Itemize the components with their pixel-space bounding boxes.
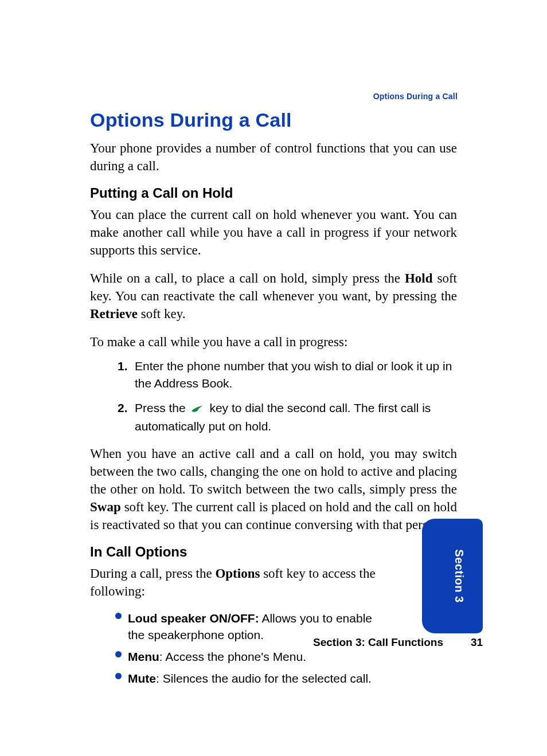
step-1: 1. Enter the phone number that you wish …: [135, 358, 457, 391]
page-title: Options During a Call: [90, 109, 457, 131]
text: While on a call, to place a call on hold…: [90, 271, 405, 285]
heading-putting-call-on-hold: Putting a Call on Hold: [90, 185, 457, 201]
hold-paragraph-3: To make a call while you have a call in …: [90, 333, 457, 351]
bullet-term: Menu: [128, 650, 159, 663]
bullet-term: Mute: [128, 672, 156, 685]
retrieve-softkey: Retrieve: [90, 307, 138, 321]
hold-paragraph-1: You can place the current call on hold w…: [90, 206, 457, 259]
numbered-steps: 1. Enter the phone number that you wish …: [90, 358, 457, 434]
hold-softkey: Hold: [405, 271, 433, 285]
footer-page-number: 31: [471, 636, 491, 649]
bullet-desc: : Access the phone's Menu.: [159, 650, 306, 663]
bullet-list: Loud speaker ON/OFF: Allows you to enabl…: [90, 610, 457, 687]
section-tab: Section 3: [422, 519, 483, 633]
bullet-mute: Mute: Silences the audio for the selecte…: [128, 671, 457, 687]
footer-section-label: Section 3: Call Functions: [313, 636, 443, 649]
running-header: Options During a Call: [373, 92, 458, 101]
text: When you have an active call and a call …: [90, 446, 457, 496]
text: soft key. The current call is placed on …: [90, 500, 457, 532]
step-text: Press the: [135, 401, 189, 414]
step-number: 1.: [118, 358, 128, 374]
bullet-icon: [115, 651, 122, 657]
text: During a call, press the: [90, 566, 215, 581]
page-content: Options During a Call Your phone provide…: [90, 109, 457, 693]
text: soft key.: [138, 307, 185, 321]
step-2: 2. Press the key to dial the second call…: [135, 399, 457, 434]
bullet-term: Loud speaker ON/OFF:: [128, 612, 259, 625]
step-number: 2.: [118, 399, 128, 416]
section-tab-label: Section 3: [452, 549, 466, 602]
bullet-menu: Menu: Access the phone's Menu.: [128, 649, 457, 665]
hold-paragraph-4: When you have an active call and a call …: [90, 445, 457, 534]
heading-in-call-options: In Call Options: [90, 544, 457, 560]
manual-page: Options During a Call Options During a C…: [0, 0, 547, 756]
bullet-icon: [115, 613, 122, 619]
in-call-intro: During a call, press the Options soft ke…: [90, 565, 400, 600]
step-text: Enter the phone number that you wish to …: [135, 359, 452, 389]
swap-softkey: Swap: [90, 500, 121, 514]
bullet-icon: [115, 673, 122, 679]
bullet-desc: : Silences the audio for the selected ca…: [156, 672, 372, 685]
hold-paragraph-2: While on a call, to place a call on hold…: [90, 269, 457, 323]
options-softkey: Options: [215, 566, 260, 581]
page-footer: Section 3: Call Functions31: [90, 636, 491, 649]
send-key-icon: [190, 401, 205, 417]
intro-paragraph: Your phone provides a number of control …: [90, 139, 457, 175]
